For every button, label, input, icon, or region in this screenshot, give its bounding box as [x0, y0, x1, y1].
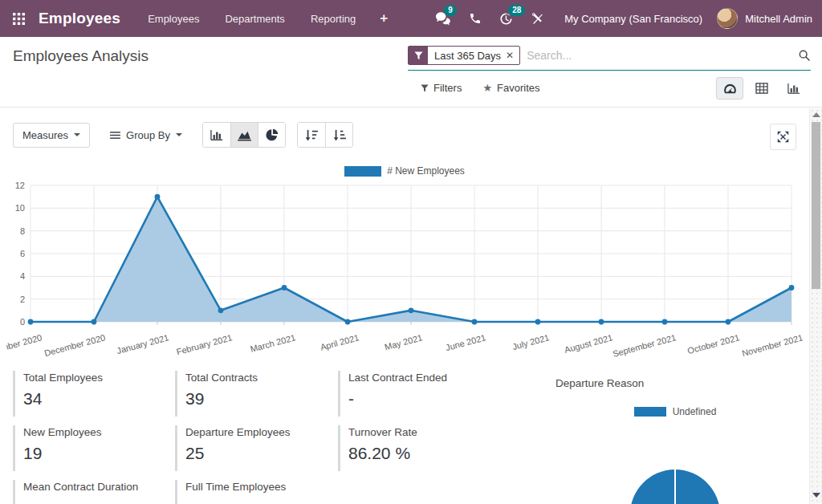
facet-remove-icon[interactable]: ✕ — [506, 47, 519, 64]
bar-chart-icon — [210, 129, 223, 141]
sort-descending-button[interactable] — [298, 123, 325, 147]
svg-text:April 2021: April 2021 — [319, 332, 360, 352]
group-by-button[interactable]: Group By — [101, 123, 191, 148]
kpi-card[interactable]: Mean Contract Duration — [13, 480, 175, 504]
star-icon: ★ — [482, 82, 492, 94]
view-switcher — [716, 77, 808, 100]
sort-asc-icon — [333, 129, 346, 141]
scrollbar-thumb[interactable] — [812, 122, 820, 289]
departure-reason-pie-chart — [543, 419, 808, 504]
grid-icon — [13, 13, 25, 25]
kpi-label: Total Contracts — [185, 372, 338, 384]
user-name[interactable]: Mitchell Admin — [738, 13, 812, 25]
sort-desc-icon — [305, 129, 318, 141]
menu-departments[interactable]: Departments — [212, 0, 297, 37]
facet-label: Last 365 Days — [428, 47, 506, 64]
dashboard-content: Measures Group By — [0, 108, 809, 504]
messages-button[interactable]: 9 — [426, 0, 460, 37]
kpi-label: Total Employees — [23, 372, 175, 384]
kpi-card[interactable]: Total Contracts39 — [175, 371, 338, 417]
funnel-icon — [421, 84, 429, 92]
search-bar: Last 365 Days ✕ — [408, 46, 811, 71]
view-pivot-button[interactable] — [748, 77, 775, 100]
kpi-label: Departure Employees — [185, 426, 338, 438]
svg-text:0: 0 — [20, 317, 25, 327]
page-title: Employees Analysis — [13, 47, 149, 65]
kpi-card[interactable]: Total Employees34 — [13, 371, 175, 417]
navbar-left: Employees Employees Departments Reportin… — [0, 0, 399, 37]
chevron-down-icon — [176, 133, 182, 136]
pie-chart-type-button[interactable] — [258, 123, 285, 147]
chart-type-switcher — [202, 122, 286, 148]
search-input[interactable] — [527, 49, 798, 62]
view-graph-button[interactable] — [780, 77, 808, 100]
search-area: Last 365 Days ✕ — [408, 46, 811, 71]
new-record-plus-button[interactable]: + — [368, 0, 399, 37]
scroll-down-icon[interactable] — [812, 493, 820, 498]
company-name[interactable]: My Company (San Francisco) — [553, 13, 717, 25]
calls-button[interactable] — [460, 0, 490, 37]
user-avatar[interactable] — [717, 8, 738, 29]
apps-menu-icon[interactable] — [0, 0, 37, 37]
legend-swatch — [344, 166, 381, 177]
legend-label: # New Employees — [387, 165, 465, 177]
favorites-button[interactable]: ★ Favorites — [482, 82, 539, 94]
phone-icon — [469, 12, 482, 25]
kpi-label: New Employees — [23, 426, 175, 438]
kpi-card[interactable]: Departure Employees25 — [175, 425, 338, 471]
kpi-value: 86.20 % — [348, 444, 543, 463]
svg-text:2: 2 — [20, 295, 25, 304]
filters-label: Filters — [433, 82, 462, 94]
line-chart-type-button[interactable] — [230, 123, 258, 147]
view-dashboard-button[interactable] — [716, 77, 743, 100]
svg-text:July 2021: July 2021 — [511, 332, 551, 352]
menu-reporting[interactable]: Reporting — [298, 0, 368, 37]
tools-icon — [531, 12, 544, 26]
bar-chart-type-button[interactable] — [203, 123, 230, 147]
svg-text:12: 12 — [15, 181, 25, 190]
svg-text:4: 4 — [20, 271, 25, 281]
kpi-card[interactable]: New Employees19 — [13, 425, 175, 471]
svg-text:November 2020: November 2020 — [6, 332, 43, 358]
svg-text:October 2021: October 2021 — [686, 332, 740, 356]
control-panel: Employees Analysis Last 365 Days ✕ — [0, 37, 822, 108]
kpi-label: Full Time Employees — [185, 481, 338, 493]
svg-text:March 2021: March 2021 — [249, 332, 296, 354]
svg-text:January 2021: January 2021 — [116, 332, 170, 356]
svg-text:September 2021: September 2021 — [612, 332, 678, 359]
filters-button[interactable]: Filters — [421, 82, 462, 94]
kpi-value: 39 — [185, 389, 338, 408]
activities-button[interactable]: 28 — [490, 0, 522, 37]
measures-button[interactable]: Measures — [13, 123, 90, 148]
search-icon[interactable] — [798, 49, 811, 62]
svg-text:June 2021: June 2021 — [445, 332, 487, 352]
scroll-up-icon[interactable] — [812, 112, 820, 117]
pie-legend[interactable]: Undefined — [543, 406, 808, 417]
sort-ascending-button[interactable] — [325, 123, 352, 147]
filter-facet-icon — [409, 47, 428, 64]
dashboard-icon — [723, 83, 737, 95]
kpi-card[interactable]: Turnover Rate86.20 % — [338, 425, 543, 471]
departure-reason-section: Departure Reason Undefined — [543, 371, 808, 504]
search-facet[interactable]: Last 365 Days ✕ — [408, 46, 520, 65]
bar-chart-icon — [787, 83, 800, 95]
menu-employees[interactable]: Employees — [135, 0, 212, 37]
favorites-label: Favorites — [497, 82, 539, 94]
expand-button[interactable] — [770, 124, 796, 150]
filters-row: Filters ★ Favorites — [421, 82, 540, 94]
measures-label: Measures — [22, 129, 68, 141]
kpi-grid: Total Employees34Total Contracts39Last C… — [13, 371, 543, 504]
group-by-label: Group By — [126, 129, 170, 141]
kpi-value: 34 — [23, 389, 175, 408]
tools-button[interactable] — [522, 0, 553, 37]
kpi-card[interactable]: Last Contract Ended- — [338, 371, 543, 417]
chart-legend[interactable]: # New Employees — [0, 165, 809, 177]
kpi-card[interactable]: Full Time Employees — [175, 480, 338, 504]
app-brand[interactable]: Employees — [37, 10, 135, 27]
kpi-value: - — [348, 389, 543, 408]
navbar-systray: 9 28 M — [426, 0, 822, 37]
sort-switcher — [297, 122, 353, 148]
svg-text:May 2021: May 2021 — [384, 332, 424, 352]
vertical-scrollbar[interactable] — [809, 108, 822, 504]
kpi-label: Mean Contract Duration — [23, 481, 175, 493]
